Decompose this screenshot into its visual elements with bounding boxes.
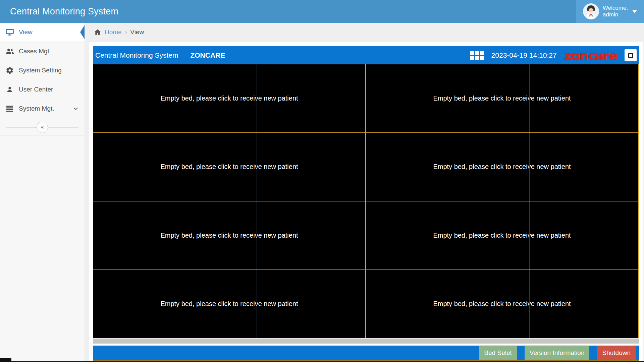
sidebar-item-system-setting[interactable]: System Setting bbox=[0, 61, 85, 80]
avatar bbox=[583, 3, 599, 19]
cell-divider bbox=[529, 201, 530, 269]
bed-cell-8[interactable]: Empty bed, please click to receive new p… bbox=[366, 270, 638, 338]
empty-bed-text: Empty bed, please click to receive new p… bbox=[160, 95, 298, 102]
bed-cell-3[interactable]: Empty bed, please click to receive new p… bbox=[93, 133, 365, 201]
sidebar-menu: ViewCases Mgt.System SettingUser CenterS… bbox=[0, 23, 85, 118]
empty-bed-text: Empty bed, please click to receive new p… bbox=[160, 232, 298, 239]
timestamp: 2023-04-19 14:10:27 bbox=[491, 51, 557, 59]
sidebar-collapse-row: « bbox=[0, 119, 85, 136]
monitor-icon bbox=[5, 28, 14, 37]
sidebar-item-label: User Center bbox=[19, 86, 53, 93]
monitor-footer: Bed SeletVersion InformationShutdown bbox=[93, 346, 639, 360]
grid-layout-icon[interactable] bbox=[470, 51, 484, 60]
cell-divider bbox=[257, 201, 257, 269]
content-pane: Home › View Central Monitoring System ZO… bbox=[85, 23, 644, 362]
welcome-text: Welcome, admin bbox=[603, 5, 628, 18]
cell-divider bbox=[257, 64, 257, 132]
bed-cell-7[interactable]: Empty bed, please click to receive new p… bbox=[93, 270, 365, 338]
bed-cell-5[interactable]: Empty bed, please click to receive new p… bbox=[93, 201, 365, 269]
sidebar: ViewCases Mgt.System SettingUser CenterS… bbox=[0, 23, 85, 362]
empty-bed-text: Empty bed, please click to receive new p… bbox=[433, 95, 571, 102]
breadcrumb: Home › View bbox=[85, 23, 644, 41]
active-item-arrow bbox=[80, 25, 85, 39]
user-menu[interactable]: Welcome, admin bbox=[576, 0, 644, 23]
empty-bed-text: Empty bed, please click to receive new p… bbox=[433, 300, 571, 308]
version-information-button[interactable]: Version Information bbox=[525, 346, 590, 360]
monitor-brand: ZONCARE bbox=[190, 51, 225, 59]
cell-divider bbox=[257, 133, 257, 201]
cell-divider bbox=[529, 270, 530, 338]
welcome-line1: Welcome, bbox=[603, 5, 628, 11]
sidebar-item-system-mgt[interactable]: System Mgt. bbox=[0, 99, 85, 118]
maximize-icon bbox=[628, 53, 633, 58]
welcome-line2: admin bbox=[603, 11, 618, 18]
sidebar-item-cases-mgt[interactable]: Cases Mgt. bbox=[0, 42, 85, 61]
bed-cell-4[interactable]: Empty bed, please click to receive new p… bbox=[366, 133, 638, 201]
user-icon bbox=[5, 86, 14, 93]
empty-bed-text: Empty bed, please click to receive new p… bbox=[433, 232, 571, 239]
sidebar-item-label: Cases Mgt. bbox=[19, 48, 51, 55]
maximize-button[interactable] bbox=[625, 49, 637, 61]
caret-down-icon[interactable] bbox=[632, 10, 637, 13]
breadcrumb-current: View bbox=[130, 28, 144, 36]
horizontal-scrollbar[interactable] bbox=[93, 339, 639, 344]
bed-selet-button[interactable]: Bed Selet bbox=[479, 346, 517, 360]
bed-cell-1[interactable]: Empty bed, please click to receive new p… bbox=[93, 64, 365, 132]
titlebar-controls: 2023-04-19 14:10:27 zoncare bbox=[470, 49, 637, 62]
breadcrumb-home-link[interactable]: Home bbox=[105, 28, 122, 36]
zoncare-logo: zoncare bbox=[564, 49, 617, 62]
gear-icon bbox=[5, 66, 14, 74]
monitor-titlebar: Central Monitoring System ZONCARE 2023-0… bbox=[93, 46, 639, 64]
cell-divider bbox=[529, 64, 530, 132]
bed-grid: Empty bed, please click to receive new p… bbox=[93, 64, 639, 338]
app-title: Central Monitoring System bbox=[10, 6, 118, 17]
breadcrumb-separator: › bbox=[125, 29, 127, 36]
sidebar-item-view[interactable]: View bbox=[0, 23, 85, 42]
sidebar-collapse-button[interactable]: « bbox=[37, 122, 48, 133]
chevron-down-icon bbox=[72, 105, 79, 112]
bed-cell-6[interactable]: Empty bed, please click to receive new p… bbox=[366, 201, 638, 269]
monitor-card: Central Monitoring System ZONCARE 2023-0… bbox=[89, 42, 643, 362]
sidebar-item-label: System Setting bbox=[19, 67, 62, 74]
monitor-title: Central Monitoring System bbox=[95, 51, 178, 59]
sidebar-item-label: System Mgt. bbox=[19, 105, 54, 112]
empty-bed-text: Empty bed, please click to receive new p… bbox=[160, 300, 298, 308]
screen-corner-block bbox=[0, 358, 11, 362]
sidebar-item-user-center[interactable]: User Center bbox=[0, 80, 85, 99]
sidebar-item-label: View bbox=[19, 28, 33, 36]
menu-icon bbox=[5, 105, 14, 113]
users-icon bbox=[5, 47, 14, 56]
app-header: Central Monitoring System Welcome, bbox=[0, 0, 644, 23]
cell-divider bbox=[257, 270, 257, 338]
shutdown-button[interactable]: Shutdown bbox=[597, 346, 636, 360]
empty-bed-text: Empty bed, please click to receive new p… bbox=[433, 163, 571, 171]
empty-bed-text: Empty bed, please click to receive new p… bbox=[160, 163, 298, 171]
monitor-window: Central Monitoring System ZONCARE 2023-0… bbox=[93, 46, 639, 361]
home-icon[interactable] bbox=[94, 28, 101, 36]
cell-divider bbox=[529, 133, 530, 201]
bed-cell-2[interactable]: Empty bed, please click to receive new p… bbox=[366, 64, 638, 132]
